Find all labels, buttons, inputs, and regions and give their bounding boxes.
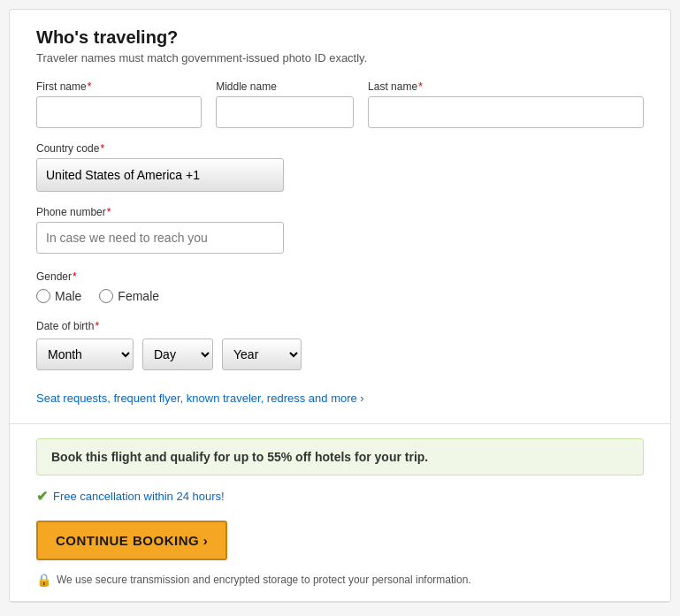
- female-label: Female: [118, 289, 159, 303]
- dob-label: Date of birth*: [36, 320, 99, 332]
- dob-selects: Month January February March April May J…: [36, 338, 644, 370]
- gender-radio-group: Male Female: [36, 289, 644, 303]
- hotel-promo-section: Book this flight and qualify for up to 5…: [10, 424, 670, 602]
- required-indicator: *: [100, 142, 104, 155]
- male-option[interactable]: Male: [36, 289, 81, 303]
- required-indicator: *: [73, 270, 77, 283]
- traveler-form-section: Who's traveling? Traveler names must mat…: [10, 10, 670, 424]
- dob-group: Date of birth* Month January February Ma…: [36, 317, 644, 370]
- first-name-group: First name*: [36, 80, 202, 128]
- gender-group: Gender* Male Female: [36, 268, 644, 303]
- day-select[interactable]: Day 12345 678910 1112131415 1617181920 2…: [142, 338, 213, 370]
- main-container: Who's traveling? Traveler names must mat…: [9, 9, 671, 603]
- female-radio[interactable]: [99, 289, 113, 303]
- middle-name-group: Middle name: [216, 80, 354, 128]
- gender-label: Gender*: [36, 270, 77, 283]
- month-wrapper: Month January February March April May J…: [36, 338, 134, 370]
- phone-label: Phone number*: [36, 206, 644, 218]
- last-name-group: Last name*: [368, 80, 644, 128]
- required-indicator: *: [107, 206, 111, 218]
- male-radio[interactable]: [36, 289, 50, 303]
- page-title: Who's traveling?: [36, 27, 644, 48]
- secure-notice: 🔒 We use secure transmission and encrypt…: [36, 573, 644, 587]
- middle-name-label: Middle name: [216, 80, 354, 93]
- secure-text: We use secure transmission and encrypted…: [57, 574, 471, 586]
- day-wrapper: Day 12345 678910 1112131415 1617181920 2…: [142, 338, 213, 370]
- required-indicator: *: [88, 80, 92, 93]
- continue-btn-label: CONTINUE BOOKING ›: [56, 533, 208, 548]
- country-code-select[interactable]: United States of America +1 Canada +1 Un…: [36, 158, 284, 192]
- check-icon: ✔: [36, 488, 48, 505]
- required-indicator: *: [418, 80, 423, 93]
- cancellation-text: Free cancellation within 24 hours!: [53, 490, 225, 503]
- lock-icon: 🔒: [36, 573, 51, 587]
- last-name-input[interactable]: [368, 96, 644, 128]
- female-option[interactable]: Female: [99, 289, 159, 303]
- last-name-label: Last name*: [368, 80, 644, 93]
- page-subtitle: Traveler names must match government-iss…: [36, 51, 644, 65]
- year-wrapper: Year 2024202320102000 199019801970196019…: [222, 338, 302, 370]
- more-options-link[interactable]: Seat requests, frequent flyer, known tra…: [36, 392, 364, 405]
- month-select[interactable]: Month January February March April May J…: [36, 338, 134, 370]
- country-code-group: Country code* United States of America +…: [36, 142, 644, 192]
- country-code-label: Country code*: [36, 142, 644, 155]
- first-name-input[interactable]: [36, 96, 202, 128]
- phone-input[interactable]: [36, 222, 284, 254]
- first-name-label: First name*: [36, 80, 202, 93]
- male-label: Male: [55, 289, 81, 303]
- country-select-wrapper: United States of America +1 Canada +1 Un…: [36, 158, 284, 192]
- cancellation-notice: ✔ Free cancellation within 24 hours!: [36, 488, 644, 505]
- continue-booking-button[interactable]: CONTINUE BOOKING ›: [36, 521, 227, 560]
- required-indicator: *: [95, 320, 99, 332]
- year-select[interactable]: Year 2024202320102000 199019801970196019…: [222, 338, 302, 370]
- phone-group: Phone number*: [36, 206, 644, 254]
- hotel-promo-banner: Book this flight and qualify for up to 5…: [36, 438, 644, 475]
- name-row: First name* Middle name Last name*: [36, 80, 644, 128]
- middle-name-input[interactable]: [216, 96, 354, 128]
